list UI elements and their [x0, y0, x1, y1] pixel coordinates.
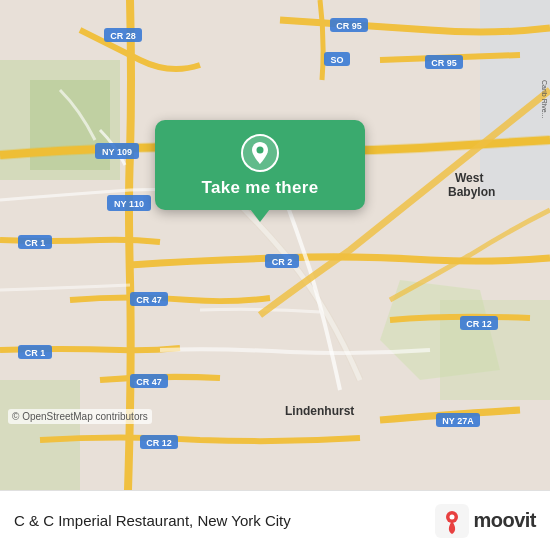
svg-text:Babylon: Babylon	[448, 185, 495, 199]
svg-point-43	[450, 514, 455, 519]
moovit-logo: moovit	[435, 504, 536, 538]
svg-text:CR 12: CR 12	[146, 438, 172, 448]
moovit-icon	[435, 504, 469, 538]
svg-rect-5	[0, 380, 80, 490]
svg-text:Lindenhurst: Lindenhurst	[285, 404, 354, 418]
svg-text:CR 95: CR 95	[336, 21, 362, 31]
svg-text:Carib Rive...: Carib Rive...	[541, 80, 548, 119]
svg-text:CR 95: CR 95	[431, 58, 457, 68]
moovit-text: moovit	[473, 509, 536, 532]
svg-point-40	[257, 147, 264, 154]
svg-text:CR 2: CR 2	[272, 257, 293, 267]
copyright-text: © OpenStreetMap contributors	[8, 409, 152, 424]
location-pin-icon	[241, 134, 279, 172]
svg-text:CR 12: CR 12	[466, 319, 492, 329]
take-me-there-popup[interactable]: Take me there	[155, 120, 365, 210]
svg-text:NY 27A: NY 27A	[442, 416, 474, 426]
svg-text:SO: SO	[330, 55, 343, 65]
svg-text:NY 109: NY 109	[102, 147, 132, 157]
svg-text:CR 47: CR 47	[136, 295, 162, 305]
svg-text:CR 1: CR 1	[25, 348, 46, 358]
bottom-bar: C & C Imperial Restaurant, New York City…	[0, 490, 550, 550]
svg-text:NY 110: NY 110	[114, 199, 144, 209]
popup-label: Take me there	[202, 178, 319, 198]
svg-text:CR 28: CR 28	[110, 31, 136, 41]
location-title: C & C Imperial Restaurant, New York City	[14, 512, 435, 529]
svg-text:CR 1: CR 1	[25, 238, 46, 248]
svg-text:CR 47: CR 47	[136, 377, 162, 387]
map-container: NY 109 NY 110 CR 95 CR 95 CR 28 SO CR 2 …	[0, 0, 550, 490]
svg-text:West: West	[455, 171, 483, 185]
